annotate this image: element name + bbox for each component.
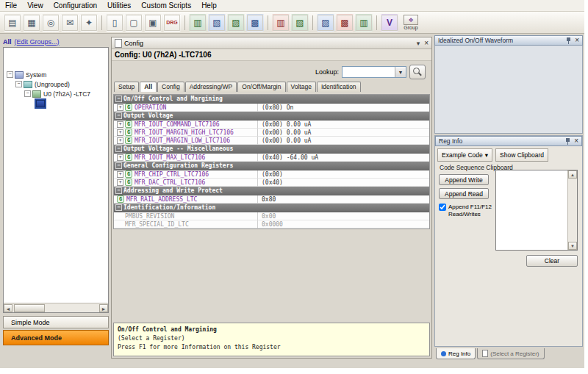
- append-write-button[interactable]: Append Write: [439, 174, 489, 185]
- menu-configuration[interactable]: Configuration: [49, 0, 102, 11]
- section-header[interactable]: − On/Off Control and Margining: [114, 95, 429, 104]
- chevron-down-icon[interactable]: ▼: [395, 67, 406, 77]
- section-header[interactable]: − Output Voltage -- Miscellaneous: [114, 145, 429, 154]
- tree-item-system[interactable]: − System: [4, 70, 108, 79]
- section-header[interactable]: − Identification/Information: [114, 204, 429, 212]
- register-row[interactable]: GMFR_RAIL_ADDRESS_LTC 0x80: [114, 195, 429, 204]
- register-row[interactable]: +GMFR_IOUT_MARGIN_LOW_LTC7106 (0x00) 0.0…: [114, 137, 429, 145]
- tab-all[interactable]: All: [140, 82, 157, 92]
- tab-onoff-margin[interactable]: On/Off/Margin: [237, 82, 285, 92]
- simple-mode-button[interactable]: Simple Mode: [3, 316, 109, 328]
- pc-to-ram-icon[interactable]: ▥: [189, 14, 207, 32]
- scroll-up-icon[interactable]: ▲: [568, 170, 577, 179]
- register-row[interactable]: PMBUS_REVISION 0x00: [114, 212, 429, 220]
- panel-menu-caret-icon[interactable]: ▾: [417, 40, 420, 47]
- expand-icon[interactable]: +: [117, 129, 123, 136]
- tree-item-u0-ltc7106[interactable]: − U0 (7h2A) -LTC7: [4, 89, 108, 98]
- append-f11-f12-checkbox[interactable]: [439, 204, 446, 211]
- ram-to-nvm-icon[interactable]: ▨: [227, 14, 245, 32]
- register-value[interactable]: (0x00) 0.00 uA: [258, 137, 429, 145]
- search-button[interactable]: [409, 65, 426, 79]
- expand-icon[interactable]: +: [117, 121, 123, 128]
- register-value[interactable]: (0x00): [258, 170, 429, 179]
- tab-config[interactable]: Config: [157, 82, 184, 92]
- collapse-icon[interactable]: −: [7, 71, 13, 78]
- expand-icon[interactable]: +: [117, 171, 123, 178]
- register-row[interactable]: +GMFR_IOUT_COMMAND_LTC7106 (0x00) 0.00 u…: [114, 121, 429, 129]
- collapse-icon[interactable]: −: [115, 162, 122, 169]
- scrollbar-thumb[interactable]: [14, 304, 45, 312]
- collapse-icon[interactable]: −: [115, 204, 122, 211]
- pin-icon[interactable]: [566, 37, 571, 44]
- clipboard-icon[interactable]: ▣: [144, 14, 162, 32]
- group-selector[interactable]: ❖ Group: [404, 15, 418, 30]
- compare-device-icon[interactable]: ▥: [355, 14, 373, 32]
- collapse-icon[interactable]: −: [15, 81, 22, 87]
- close-icon[interactable]: ×: [424, 40, 429, 47]
- edit-script-icon[interactable]: ▤: [4, 14, 21, 32]
- collapse-icon[interactable]: −: [115, 96, 122, 102]
- register-value[interactable]: (0x40): [258, 179, 429, 187]
- register-value[interactable]: (0x80) On: [258, 104, 429, 112]
- config-wizard-icon[interactable]: ✦: [80, 14, 98, 32]
- register-value[interactable]: (0x00) 0.00 uA: [258, 121, 429, 129]
- register-value[interactable]: 0x80: [258, 195, 429, 204]
- copy-config-icon[interactable]: ▢: [125, 14, 143, 32]
- lookup-value[interactable]: [343, 67, 395, 77]
- menu-help[interactable]: Help: [196, 0, 222, 11]
- store-fault-log-icon[interactable]: ▨: [317, 14, 334, 32]
- zoom-icon[interactable]: ◎: [42, 14, 60, 32]
- expand-icon[interactable]: +: [117, 154, 123, 161]
- collapse-icon[interactable]: −: [115, 187, 122, 194]
- nvm-to-ram-icon[interactable]: ▩: [246, 14, 264, 32]
- tab-setup[interactable]: Setup: [114, 82, 139, 92]
- all-label[interactable]: All: [3, 38, 12, 46]
- scroll-down-icon[interactable]: ▼: [568, 242, 577, 250]
- tab-identification[interactable]: Identification: [317, 82, 361, 92]
- tab-reg-info[interactable]: Reg Info: [436, 348, 476, 359]
- program-device-icon[interactable]: ▥: [272, 14, 290, 32]
- section-header[interactable]: − General Configuration Registers: [114, 162, 429, 170]
- edit-groups-link[interactable]: (Edit Groups...): [15, 38, 60, 46]
- register-value[interactable]: (0x40) -64.00 uA: [258, 154, 429, 162]
- close-icon[interactable]: ×: [574, 137, 578, 145]
- lookup-combobox[interactable]: ▼: [342, 66, 406, 78]
- register-row[interactable]: +GOPERATION (0x80) On: [114, 104, 429, 112]
- tree-horizontal-scrollbar[interactable]: ◄ ►: [4, 303, 108, 312]
- section-header[interactable]: − Output Voltage: [114, 112, 429, 121]
- expand-icon[interactable]: +: [117, 137, 123, 144]
- clear-fault-log-icon[interactable]: ▩: [336, 14, 354, 32]
- v-style-icon[interactable]: V: [381, 14, 398, 32]
- tab-select-a-register[interactable]: (Select a Register): [477, 348, 544, 359]
- config-panel-tab-label[interactable]: Config: [124, 40, 143, 47]
- register-row[interactable]: +GMFR_CHIP_CTRL_LTC7106 (0x00): [114, 170, 429, 179]
- append-f11-f12-option[interactable]: Append F11/F12 Read/Writes: [439, 204, 493, 218]
- append-read-button[interactable]: Append Read: [439, 188, 489, 199]
- scroll-left-icon[interactable]: ◄: [4, 304, 12, 312]
- code-sequence-listbox[interactable]: ▲ ▼: [495, 170, 578, 251]
- clear-button[interactable]: Clear: [526, 255, 578, 267]
- collapse-icon[interactable]: −: [115, 145, 122, 152]
- menu-custom-scripts[interactable]: Custom Scripts: [136, 0, 196, 11]
- scroll-right-icon[interactable]: ►: [99, 304, 108, 312]
- system-tree[interactable]: − System − (Ungrouped) − U0 (7h2A) -LTC7…: [3, 47, 109, 313]
- ram-to-pc-icon[interactable]: ▧: [208, 14, 226, 32]
- register-row[interactable]: MFR_SPECIAL_ID_LTC 0x0000: [114, 220, 429, 229]
- tab-voltage[interactable]: Voltage: [287, 82, 316, 92]
- register-value[interactable]: (0x00) 0.00 uA: [258, 129, 429, 137]
- paste-config-icon[interactable]: ▯: [106, 14, 123, 32]
- tree-item-ungrouped[interactable]: − (Ungrouped): [4, 79, 108, 89]
- save-icon[interactable]: ▦: [23, 14, 40, 32]
- collapse-icon[interactable]: −: [24, 90, 31, 97]
- drg-icon[interactable]: DRG: [163, 14, 181, 32]
- advanced-mode-button[interactable]: Advanced Mode: [3, 330, 109, 345]
- register-row[interactable]: +GMFR_IOUT_MARGIN_HIGH_LTC7106 (0x00) 0.…: [114, 129, 429, 137]
- pin-icon[interactable]: [565, 138, 570, 145]
- listbox-vertical-scrollbar[interactable]: ▲ ▼: [567, 170, 577, 250]
- tree-item-selected-rail[interactable]: [4, 98, 108, 108]
- register-row[interactable]: +GMFR_IOUT_MAX_LTC7106 (0x40) -64.00 uA: [114, 154, 429, 162]
- section-header[interactable]: − Addressing and Write Protect: [114, 187, 429, 195]
- close-icon[interactable]: ×: [575, 37, 579, 44]
- collapse-icon[interactable]: −: [115, 112, 122, 119]
- example-code-button[interactable]: Example Code ▾: [437, 148, 492, 162]
